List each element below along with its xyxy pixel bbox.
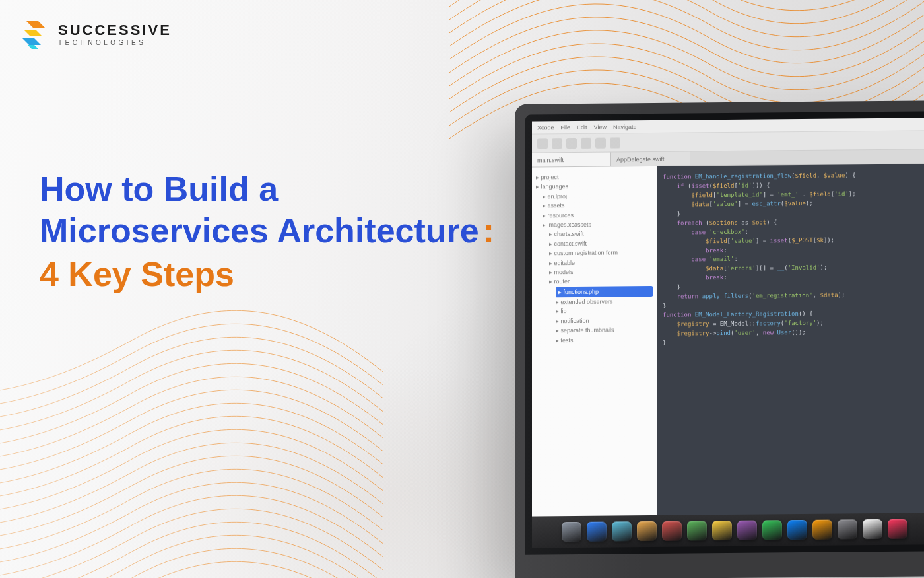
dock-app-icon xyxy=(762,520,782,540)
macos-dock xyxy=(532,513,924,548)
ide-sidebar-item: ▸ en.lproj xyxy=(536,191,653,201)
dock-app-icon xyxy=(687,521,707,540)
ide-toolbar-button xyxy=(552,138,562,149)
dock-app-icon xyxy=(712,521,732,540)
ide-toolbar-button xyxy=(566,137,577,148)
headline-title: How to Build a Microservices Architectur… xyxy=(40,168,494,295)
brand-logo: SUCCESSIVE TECHNOLOGIES xyxy=(22,18,172,50)
ide-sidebar-item: ▸ models xyxy=(536,267,653,277)
brand-logo-mark xyxy=(22,18,50,50)
svg-marker-0 xyxy=(26,21,45,28)
ide-tab: AppDelegate.swift xyxy=(611,151,690,166)
dock-app-icon xyxy=(562,522,581,542)
ide-sidebar-item: ▸ functions.php xyxy=(536,286,653,298)
laptop-mock: XcodeFileEditViewNavigate main.swift App… xyxy=(515,100,924,578)
ide-editor: function EM_handle_registration_flow($fi… xyxy=(657,164,924,515)
ide-sidebar-item: ▸ charts.swift xyxy=(536,229,653,239)
brand-name: SUCCESSIVE xyxy=(58,23,172,38)
headline-block: How to Build a Microservices Architectur… xyxy=(40,168,494,295)
ide-sidebar-item: ▸ resources xyxy=(536,210,653,221)
ide-toolbar-button xyxy=(537,138,548,149)
brand-tagline: TECHNOLOGIES xyxy=(58,40,172,46)
ide-tab: main.swift xyxy=(532,153,611,167)
ide-menubar-item: Navigate xyxy=(613,124,637,130)
ide-sidebar-item: ▸ tests xyxy=(536,335,653,345)
ide-menubar-item: Edit xyxy=(577,124,587,130)
dock-app-icon xyxy=(888,519,908,539)
svg-marker-3 xyxy=(28,45,38,49)
ide-sidebar-item: ▸ assets xyxy=(536,200,653,211)
dock-app-icon xyxy=(737,521,757,540)
ide-sidebar-item: ▸ lib xyxy=(536,306,653,316)
laptop-lid: XcodeFileEditViewNavigate main.swift App… xyxy=(515,100,924,578)
ide-sidebar-item: ▸ editable xyxy=(536,257,653,268)
svg-marker-1 xyxy=(24,30,42,36)
ide-toolbar-button xyxy=(595,137,606,148)
ide-menubar-item: View xyxy=(594,124,607,130)
dock-app-icon xyxy=(812,520,832,540)
ide-sidebar: ▸ project▸ languages▸ en.lproj▸ assets▸ … xyxy=(532,166,657,517)
ide-sidebar-item: ▸ contact.swift xyxy=(536,238,653,249)
ide-sidebar-item: ▸ project xyxy=(536,172,653,182)
ide-sidebar-item: ▸ separate thumbnails xyxy=(536,325,653,336)
hero-banner: XcodeFileEditViewNavigate main.swift App… xyxy=(0,0,924,578)
ide-menubar-item: Xcode xyxy=(537,124,554,131)
dock-app-icon xyxy=(637,521,657,541)
dock-app-icon xyxy=(612,521,632,541)
dock-app-icon xyxy=(587,522,607,542)
ide-sidebar-item: ▸ languages xyxy=(536,181,653,192)
ide-panes: ▸ project▸ languages▸ en.lproj▸ assets▸ … xyxy=(532,164,924,516)
headline-line-2: Microservices Architecture xyxy=(40,211,479,250)
ide-toolbar-button xyxy=(610,137,620,148)
dock-app-icon xyxy=(863,519,882,539)
svg-marker-2 xyxy=(22,38,41,45)
dock-app-icon xyxy=(838,519,857,539)
ide-toolbar-button xyxy=(581,137,591,148)
laptop-bezel: XcodeFileEditViewNavigate main.swift App… xyxy=(525,111,924,554)
headline-colon: : xyxy=(483,211,494,250)
decor-waves-bottom-left xyxy=(0,301,383,578)
headline-line-1: How to Build a xyxy=(40,170,278,208)
ide-sidebar-item: ▸ images.xcassets xyxy=(536,219,653,230)
ide-sidebar-item: ▸ custom registration form xyxy=(536,248,653,258)
dock-app-icon xyxy=(662,521,682,541)
headline-subtitle: 4 Key Steps xyxy=(40,254,494,295)
brand-logo-text: SUCCESSIVE TECHNOLOGIES xyxy=(58,23,172,46)
ide-menubar-item: File xyxy=(561,124,571,131)
laptop-screen: XcodeFileEditViewNavigate main.swift App… xyxy=(532,118,924,548)
dock-app-icon xyxy=(787,520,807,540)
ide-sidebar-item: ▸ extended observers xyxy=(536,297,653,307)
ide-sidebar-item: ▸ notification xyxy=(536,316,653,326)
ide-sidebar-item: ▸ router xyxy=(536,276,653,287)
